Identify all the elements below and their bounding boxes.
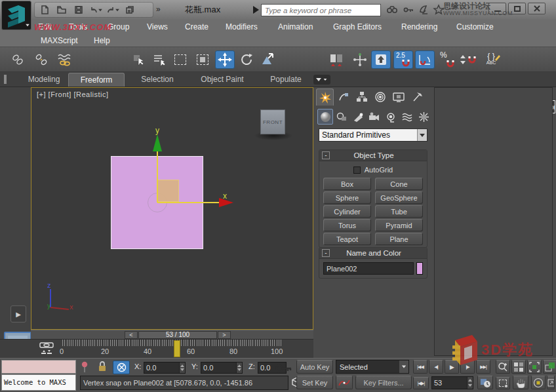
ribbon-tab-populate[interactable]: Populate (265, 73, 307, 87)
project-folder-button[interactable] (123, 3, 137, 16)
menu-edit[interactable]: Edit (38, 20, 52, 34)
maxscript-mini-listener[interactable]: Welcome to MAXS (1, 374, 76, 391)
y-coordinate-input[interactable] (201, 363, 235, 373)
teapot-button[interactable]: Teapot (323, 233, 371, 245)
new-scene-button[interactable] (37, 3, 52, 16)
ribbon-tab-modeling[interactable]: Modeling (21, 73, 67, 87)
gizmo-xy-plane-handle[interactable] (157, 180, 179, 202)
tube-button[interactable]: Tube (375, 205, 423, 218)
key-filters-button[interactable]: Key Filters... (355, 376, 412, 389)
box-button[interactable]: Box (323, 178, 371, 190)
unlink-selection-button[interactable] (31, 50, 51, 69)
keyboard-shortcut-override-button[interactable] (371, 50, 391, 69)
cylinder-button[interactable]: Cylinder (323, 205, 371, 218)
tab-display[interactable] (389, 88, 407, 106)
ribbon-tab-selection[interactable]: Selection (134, 73, 181, 87)
macro-recorder-pane[interactable] (1, 360, 76, 374)
zoom-all-button[interactable] (511, 360, 526, 374)
geosphere-button[interactable]: GeoSphere (375, 191, 423, 204)
select-and-move-button[interactable] (215, 50, 235, 69)
category-dropdown[interactable]: Standard Primitives (319, 128, 427, 142)
set-key-button[interactable]: Set Key (296, 376, 333, 389)
sphere-button[interactable]: Sphere (323, 191, 371, 204)
angle-snap-toggle-button[interactable] (415, 50, 435, 69)
subtab-lights[interactable] (350, 109, 366, 125)
ribbon-minimize-button[interactable] (313, 75, 330, 85)
subtab-helpers[interactable] (383, 109, 399, 125)
menu-animation[interactable]: Animation (278, 20, 313, 34)
redo-button[interactable] (106, 3, 120, 16)
orbit-view-button[interactable] (531, 376, 546, 389)
ribbon-tab-freeform[interactable]: Freeform (68, 73, 125, 87)
object-color-swatch[interactable] (416, 262, 423, 275)
torus-button[interactable]: Torus (323, 219, 371, 231)
use-pivot-point-center-button[interactable] (327, 50, 346, 69)
bind-to-space-warp-button[interactable] (55, 50, 75, 69)
percent-snap-toggle-button[interactable]: % (437, 50, 457, 69)
infocenter-expand-arrow-icon[interactable] (253, 6, 259, 14)
pin-stack-button[interactable] (80, 361, 89, 374)
tab-hierarchy[interactable] (353, 88, 370, 106)
collapse-icon[interactable]: - (322, 249, 330, 257)
next-frame-button[interactable]: > (218, 331, 231, 339)
menu-modifiers[interactable]: Modifiers (226, 20, 258, 34)
undo-button[interactable] (89, 3, 103, 16)
viewport-label[interactable]: [+] [Front] [Realistic] (37, 90, 109, 98)
previous-key-button[interactable]: ◀| (429, 360, 443, 374)
track-bar-toggle-button[interactable] (37, 340, 56, 357)
window-crossing-toggle-button[interactable] (193, 50, 212, 69)
viewcube[interactable]: FRONT (260, 109, 285, 134)
tab-create[interactable] (316, 88, 334, 106)
menu-customize[interactable]: Customize (456, 20, 494, 34)
application-menu-button[interactable] (1, 1, 31, 30)
menu-help[interactable]: Help (94, 34, 110, 47)
rectangular-selection-region-button[interactable] (170, 50, 190, 69)
menu-views[interactable]: Views (147, 20, 168, 34)
menu-group[interactable]: Group (108, 20, 129, 34)
selection-region-button[interactable] (496, 377, 510, 389)
object-type-rollout-header[interactable]: - Object Type (319, 150, 427, 161)
viewport-front[interactable]: [+] [Front] [Realistic] FRONT y x z x y (31, 87, 313, 330)
snaps-toggle-button[interactable]: 2.5 (393, 50, 413, 69)
select-and-link-button[interactable] (8, 50, 28, 69)
subtab-geometry[interactable] (317, 109, 333, 125)
name-and-color-rollout-header[interactable]: - Name and Color (319, 248, 427, 259)
minimize-button[interactable] (488, 3, 506, 14)
menu-tools[interactable]: Tools (69, 20, 87, 34)
gizmo-x-axis-line[interactable] (157, 202, 220, 203)
tab-motion[interactable] (371, 88, 389, 106)
panel-expand-arrow-button[interactable]: ▶ (10, 305, 26, 323)
menu-graph-editors[interactable]: Graph Editors (333, 20, 382, 34)
select-and-scale-button[interactable] (258, 50, 277, 69)
ribbon-tab-object-paint[interactable]: Object Paint (193, 73, 252, 87)
selection-lock-toggle[interactable] (97, 361, 108, 373)
next-key-button[interactable]: |▶ (460, 360, 475, 374)
select-by-name-button[interactable] (149, 50, 169, 69)
subtab-shapes[interactable] (334, 109, 349, 125)
pyramid-button[interactable]: Pyramid (375, 219, 423, 231)
time-slider-bar[interactable]: < 53 / 100 > (31, 330, 313, 339)
time-slider-frame-display[interactable]: 53 / 100 (138, 331, 217, 339)
x-coordinate-input[interactable] (144, 363, 178, 373)
tab-modify[interactable] (334, 88, 352, 106)
go-to-start-button[interactable]: |◀◀ (413, 360, 427, 374)
play-animation-button[interactable]: ▶ (445, 360, 459, 374)
select-and-rotate-button[interactable] (237, 50, 256, 69)
cone-button[interactable]: Cone (375, 178, 423, 190)
undo-dropdown-caret-icon[interactable] (98, 9, 102, 11)
favorites-button[interactable] (433, 4, 445, 15)
y-spinner[interactable] (236, 363, 242, 373)
gizmo-y-arrowhead[interactable] (153, 134, 162, 151)
redo-dropdown-caret-icon[interactable] (115, 9, 119, 11)
menu-rendering[interactable]: Rendering (401, 20, 437, 34)
menu-maxscript[interactable]: MAXScript (41, 34, 78, 47)
plane-button[interactable]: Plane (375, 233, 423, 245)
close-button[interactable] (528, 3, 546, 14)
subtab-cameras[interactable] (367, 109, 382, 125)
absolute-offset-mode-toggle[interactable] (113, 361, 130, 374)
search-button[interactable] (386, 5, 399, 15)
frame-spinner[interactable] (467, 377, 473, 389)
tab-utilities[interactable] (408, 88, 426, 106)
key-mode-dropdown[interactable]: Selected (336, 360, 409, 374)
auto-key-button[interactable]: Auto Key (296, 360, 333, 374)
